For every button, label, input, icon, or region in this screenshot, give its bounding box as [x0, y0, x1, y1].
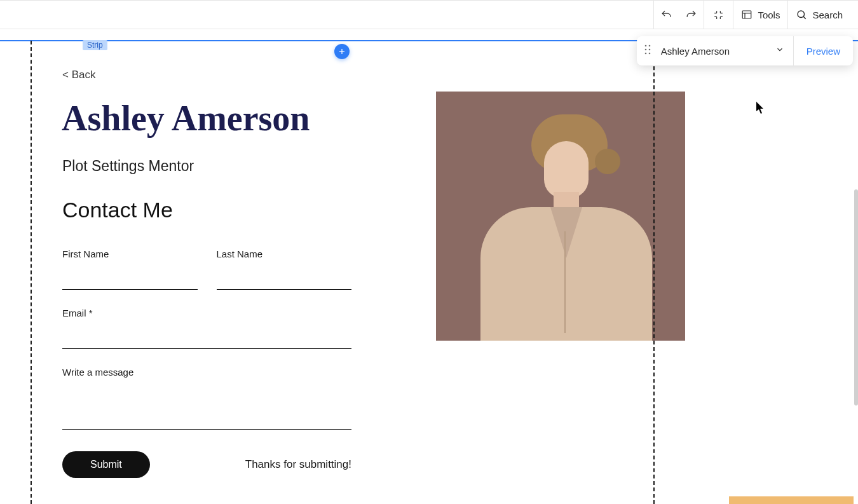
submit-button[interactable]: Submit: [62, 451, 150, 478]
history-group: [653, 1, 704, 29]
tools-button[interactable]: Tools: [733, 1, 787, 29]
portrait-image[interactable]: [436, 92, 685, 341]
undo-icon: [660, 9, 672, 21]
preview-button[interactable]: Preview: [793, 36, 853, 65]
scrollbar[interactable]: [854, 189, 858, 405]
svg-point-6: [648, 45, 650, 47]
canvas[interactable]: Strip < Back Ashley Amerson Plot Setting…: [0, 29, 858, 504]
page-selector: Ashley Amerson Preview: [637, 36, 853, 65]
search-icon: [796, 9, 807, 20]
email-field-wrap: Email *: [62, 308, 351, 349]
undo-button[interactable]: [653, 1, 679, 29]
collapse-button[interactable]: [704, 1, 733, 29]
tools-label: Tools: [758, 10, 780, 20]
page-name-dropdown[interactable]: Ashley Amerson: [658, 46, 766, 57]
drag-icon: [644, 44, 651, 55]
bottom-accent-block: [729, 496, 854, 504]
svg-point-5: [644, 45, 646, 47]
last-name-input[interactable]: [217, 273, 352, 290]
first-name-field-wrap: First Name: [62, 249, 198, 290]
back-link[interactable]: < Back: [62, 69, 95, 81]
redo-icon: [685, 9, 697, 21]
page-dropdown-toggle[interactable]: [766, 45, 793, 57]
portrait-button-line: [564, 231, 566, 333]
portrait-bun: [595, 149, 620, 174]
last-name-label: Last Name: [217, 249, 352, 259]
search-label: Search: [812, 10, 843, 20]
page-content: < Back Ashley Amerson Plot Settings Ment…: [0, 55, 858, 504]
collapse-icon: [713, 10, 724, 20]
thanks-text: Thanks for submitting!: [245, 458, 351, 471]
contact-heading[interactable]: Contact Me: [62, 198, 173, 222]
message-label: Write a message: [62, 367, 351, 378]
search-button[interactable]: Search: [787, 1, 850, 29]
message-input[interactable]: [62, 392, 351, 430]
svg-point-7: [644, 49, 646, 51]
last-name-field-wrap: Last Name: [217, 249, 352, 290]
first-name-label: First Name: [62, 249, 198, 259]
contact-form: First Name Last Name Email * Write a mes…: [62, 249, 351, 478]
message-field-wrap: Write a message: [62, 367, 351, 430]
layout-icon: [741, 9, 752, 20]
first-name-input[interactable]: [62, 273, 198, 290]
email-input[interactable]: [62, 332, 351, 349]
svg-point-9: [644, 53, 646, 55]
email-label: Email *: [62, 308, 351, 318]
top-toolbar: Tools Search: [0, 0, 858, 29]
redo-button[interactable]: [679, 1, 704, 29]
svg-line-4: [803, 17, 806, 19]
drag-handle[interactable]: [637, 44, 658, 57]
svg-point-8: [648, 49, 650, 51]
subtitle[interactable]: Plot Settings Mentor: [62, 158, 194, 175]
svg-rect-0: [743, 11, 752, 18]
chevron-down-icon: [775, 45, 784, 54]
portrait-face: [544, 141, 589, 198]
svg-point-10: [648, 53, 650, 55]
svg-point-3: [798, 11, 805, 18]
strip-tag[interactable]: Strip: [83, 40, 107, 50]
page-title[interactable]: Ashley Amerson: [62, 98, 310, 139]
